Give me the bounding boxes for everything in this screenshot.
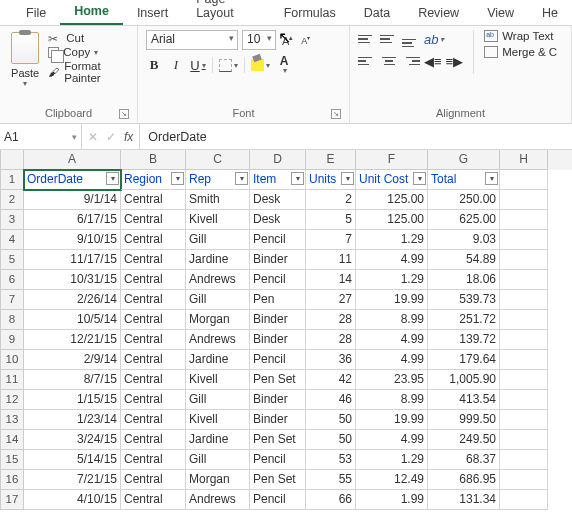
bold-button[interactable]: B	[146, 56, 162, 74]
tab-home[interactable]: Home	[60, 0, 123, 25]
cell[interactable]: 249.50	[428, 430, 500, 450]
filter-icon[interactable]: ▾	[106, 172, 119, 185]
underline-button[interactable]: U	[190, 56, 206, 74]
wrap-text-button[interactable]: Wrap Text	[484, 30, 557, 42]
cell[interactable]: 139.72	[428, 330, 500, 350]
cell[interactable]: Central	[121, 250, 186, 270]
header-item[interactable]: Item▾	[250, 170, 306, 190]
col-header-c[interactable]: C	[186, 150, 250, 170]
cell[interactable]: 8.99	[356, 390, 428, 410]
cell[interactable]: 50	[306, 410, 356, 430]
cell[interactable]: 68.37	[428, 450, 500, 470]
increase-font-button[interactable]: A▴	[280, 34, 295, 47]
cancel-formula-button[interactable]: ✕	[88, 130, 98, 144]
tab-data[interactable]: Data	[350, 1, 404, 25]
font-launcher[interactable]: ↘	[331, 109, 341, 119]
cell[interactable]: Binder	[250, 250, 306, 270]
cell[interactable]: Andrews	[186, 330, 250, 350]
cell[interactable]: 131.34	[428, 490, 500, 510]
cell[interactable]: 12/21/15	[24, 330, 121, 350]
cell[interactable]	[500, 190, 548, 210]
row-header[interactable]: 17	[0, 490, 24, 510]
row-header[interactable]: 10	[0, 350, 24, 370]
cell[interactable]	[500, 270, 548, 290]
cell[interactable]: Binder	[250, 310, 306, 330]
cell[interactable]: 53	[306, 450, 356, 470]
tab-review[interactable]: Review	[404, 1, 473, 25]
cell[interactable]: 1/23/14	[24, 410, 121, 430]
col-header-h[interactable]: H	[500, 150, 548, 170]
cell[interactable]: 42	[306, 370, 356, 390]
cell[interactable]: Central	[121, 190, 186, 210]
cell[interactable]: Central	[121, 350, 186, 370]
cell[interactable]: 23.95	[356, 370, 428, 390]
cell[interactable]: Central	[121, 330, 186, 350]
align-top-button[interactable]	[358, 31, 376, 47]
cell[interactable]: Gill	[186, 390, 250, 410]
header-unitcost[interactable]: Unit Cost▾	[356, 170, 428, 190]
cell[interactable]	[500, 250, 548, 270]
cell[interactable]: 66	[306, 490, 356, 510]
cell[interactable]	[500, 490, 548, 510]
tab-insert[interactable]: Insert	[123, 1, 182, 25]
cell[interactable]: Andrews	[186, 270, 250, 290]
formula-input[interactable]: OrderDate	[140, 124, 572, 149]
row-header[interactable]: 16	[0, 470, 24, 490]
cell[interactable]: 4.99	[356, 350, 428, 370]
cell[interactable]: Pen	[250, 290, 306, 310]
row-header[interactable]: 3	[0, 210, 24, 230]
cell[interactable]: 11	[306, 250, 356, 270]
cell[interactable]: 9/1/14	[24, 190, 121, 210]
cell[interactable]: 4.99	[356, 250, 428, 270]
row-header[interactable]: 13	[0, 410, 24, 430]
cell[interactable]: Kivell	[186, 370, 250, 390]
col-header-a[interactable]: A	[24, 150, 121, 170]
format-painter-button[interactable]: Format Painter	[48, 60, 129, 84]
row-header[interactable]: 12	[0, 390, 24, 410]
cell[interactable]: 10/31/15	[24, 270, 121, 290]
cell[interactable]: 28	[306, 310, 356, 330]
cell[interactable]: 539.73	[428, 290, 500, 310]
cell[interactable]: 2/9/14	[24, 350, 121, 370]
font-name-select[interactable]: Arial	[146, 30, 238, 50]
row-header[interactable]: 11	[0, 370, 24, 390]
cell[interactable]: 4.99	[356, 330, 428, 350]
italic-button[interactable]: I	[168, 56, 184, 74]
row-header[interactable]: 6	[0, 270, 24, 290]
cell[interactable]: Pencil	[250, 230, 306, 250]
cell[interactable]	[500, 430, 548, 450]
cell[interactable]	[500, 410, 548, 430]
cell[interactable]: Central	[121, 470, 186, 490]
fill-color-button[interactable]	[251, 56, 270, 74]
filter-icon[interactable]: ▾	[171, 172, 184, 185]
cell[interactable]: Central	[121, 430, 186, 450]
tab-page-layout[interactable]: Page Layout	[182, 0, 269, 25]
clipboard-launcher[interactable]: ↘	[119, 109, 129, 119]
cell[interactable]	[500, 310, 548, 330]
row-header[interactable]: 2	[0, 190, 24, 210]
cell[interactable]: Kivell	[186, 410, 250, 430]
cell[interactable]: 1.29	[356, 270, 428, 290]
cell[interactable]: 6/17/15	[24, 210, 121, 230]
cell[interactable]: 1/15/15	[24, 390, 121, 410]
row-header[interactable]: 9	[0, 330, 24, 350]
filter-icon[interactable]: ▾	[341, 172, 354, 185]
row-header[interactable]: 7	[0, 290, 24, 310]
cell[interactable]: 19.99	[356, 410, 428, 430]
cell[interactable]: 7/21/15	[24, 470, 121, 490]
cell[interactable]: Central	[121, 450, 186, 470]
header-total[interactable]: Total▾	[428, 170, 500, 190]
enter-formula-button[interactable]: ✓	[106, 130, 116, 144]
tab-help[interactable]: He	[528, 1, 572, 25]
cell[interactable]: Central	[121, 490, 186, 510]
cell[interactable]: 55	[306, 470, 356, 490]
cell[interactable]: 14	[306, 270, 356, 290]
cell[interactable]: Central	[121, 230, 186, 250]
header-region[interactable]: Region▾	[121, 170, 186, 190]
cell[interactable]: 46	[306, 390, 356, 410]
cell[interactable]: 11/17/15	[24, 250, 121, 270]
merge-center-button[interactable]: Merge & C	[484, 46, 557, 58]
header-rep[interactable]: Rep▾	[186, 170, 250, 190]
cell[interactable]: 1,005.90	[428, 370, 500, 390]
col-header-d[interactable]: D	[250, 150, 306, 170]
